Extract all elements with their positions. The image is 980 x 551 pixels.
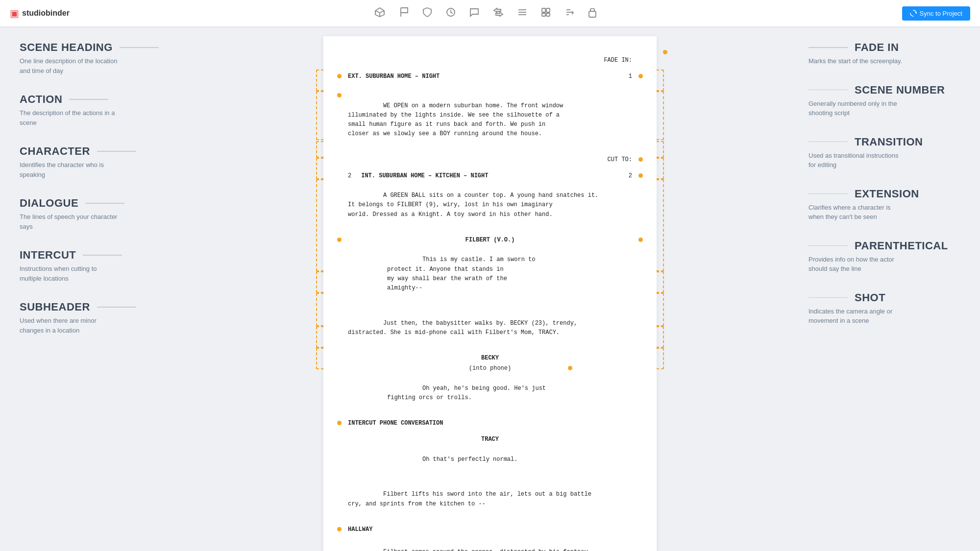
intercut-block: INTERCUT PHONE CONVERSATION [348, 419, 632, 428]
sidebar-item-scene-heading: SCENE HEADING One line description of th… [20, 41, 172, 75]
main-container: SCENE HEADING One line description of th… [0, 0, 980, 551]
card-icon[interactable] [541, 7, 551, 20]
right-sidebar-fade-in-title: FADE IN [808, 41, 960, 54]
nav-icons [374, 7, 597, 20]
subheader-text: HALLWAY [348, 526, 372, 533]
top-nav: ▣ studiobinder [0, 0, 980, 26]
chat-icon[interactable] [469, 7, 479, 20]
scene2-dot-right [638, 173, 643, 178]
character1-dot-right [638, 238, 643, 242]
sidebar-item-dialogue-desc: The lines of speech your character says [20, 212, 118, 231]
right-sidebar: FADE IN Marks the start of the screenpla… [794, 26, 980, 551]
action4-text: Filbert comes around the corner, distrac… [348, 549, 591, 551]
sort-icon[interactable] [564, 7, 574, 20]
sidebar-item-intercut: INTERCUT Instructions when cutting to mu… [20, 249, 172, 283]
scene1-number: 1 [629, 72, 632, 81]
screenplay-area: FADE IN: EXT. SUBURBAN HOME – NIGHT 1 [186, 26, 794, 551]
scene1-action: WE OPEN on a modern suburban home. The f… [348, 82, 632, 148]
scene1-dot-left [337, 74, 342, 78]
right-sidebar-scene-number-title: SCENE NUMBER [808, 84, 960, 96]
scene1-action-dot [337, 93, 342, 97]
scene2-number-left: 2 [348, 171, 351, 181]
sidebar-item-character-title: CHARACTER [20, 145, 172, 158]
screenplay-wrapper: FADE IN: EXT. SUBURBAN HOME – NIGHT 1 [323, 36, 657, 541]
arrows-icon[interactable] [493, 7, 504, 20]
svg-rect-10 [546, 8, 550, 12]
scene1-action-text: WE OPEN on a modern suburban home. The f… [348, 102, 563, 138]
character2-text: BECKY [481, 355, 499, 361]
character1-dot-left [337, 238, 342, 242]
right-sidebar-item-scene-number: SCENE NUMBER Generally numbered only in … [808, 84, 960, 118]
right-sidebar-item-fade-in: FADE IN Marks the start of the screenpla… [808, 41, 960, 66]
right-sidebar-transition-title: TRANSITION [808, 136, 960, 148]
transition-text: CUT TO: [608, 156, 632, 163]
dialogue1-text: This is my castle. I am sworn to protect… [387, 256, 535, 291]
right-sidebar-transition-desc: Used as transitional instructions for ed… [808, 151, 906, 170]
sidebar-item-character: CHARACTER Identifies the character who i… [20, 145, 172, 179]
sidebar-item-subheader: SUBHEADER Used when there are minor chan… [20, 301, 172, 335]
action4-block: Filbert comes around the corner, distrac… [348, 538, 632, 551]
logo: ▣ studiobinder [10, 7, 70, 19]
right-sidebar-shot-title: SHOT [808, 291, 960, 304]
svg-rect-12 [546, 13, 550, 16]
scene1-heading-block: EXT. SUBURBAN HOME – NIGHT 1 [348, 72, 632, 81]
scene1-heading-text: EXT. SUBURBAN HOME – NIGHT [348, 72, 440, 81]
action3-block: Filbert lifts his sword into the air, le… [348, 480, 632, 518]
right-sidebar-item-extension: EXTENSION Clarifies where a character is… [808, 188, 960, 222]
fade-in-block: FADE IN: [348, 56, 632, 65]
character3-text: TRACY [481, 436, 499, 443]
right-sidebar-extension-title: EXTENSION [808, 188, 960, 200]
parenthetical-block: (into phone) [348, 364, 632, 373]
right-sidebar-extension-desc: Clarifies where a character is when they… [808, 203, 906, 222]
sidebar-item-subheader-title: SUBHEADER [20, 301, 172, 313]
intercut-dot [337, 421, 342, 425]
parenthetical-dot [568, 366, 572, 370]
sidebar-item-subheader-desc: Used when there are minor changes in a l… [20, 316, 118, 335]
scene2-number-right: 2 [629, 171, 632, 181]
left-sidebar: SCENE HEADING One line description of th… [0, 26, 186, 551]
circle-icon[interactable] [446, 7, 456, 20]
sidebar-item-scene-heading-title: SCENE HEADING [20, 41, 172, 54]
subheader-dot [337, 527, 342, 531]
right-sidebar-scene-number-desc: Generally numbered only in the shooting … [808, 99, 906, 118]
sidebar-item-character-desc: Identifies the character who is speaking [20, 160, 118, 179]
svg-rect-11 [542, 13, 545, 16]
screenplay-page: FADE IN: EXT. SUBURBAN HOME – NIGHT 1 [323, 36, 657, 551]
right-sidebar-item-parenthetical: PARENTHETICAL Provides info on how the a… [808, 240, 960, 274]
dialogue3-block: Oh that's perfectly normal. [348, 446, 632, 474]
sidebar-item-action-desc: The description of the actions in a scen… [20, 108, 118, 127]
intercut-text: INTERCUT PHONE CONVERSATION [348, 420, 443, 427]
character1-block: FILBERT (V.O.) [348, 236, 632, 245]
right-sidebar-parenthetical-title: PARENTHETICAL [808, 240, 960, 252]
logo-icon: ▣ [10, 7, 19, 19]
scene2-action1: A GREEN BALL sits on a counter top. A yo… [348, 182, 632, 229]
character1-text: FILBERT (V.O.) [466, 237, 515, 243]
right-sidebar-fade-in-desc: Marks the start of the screenplay. [808, 56, 906, 66]
sidebar-item-action-title: ACTION [20, 93, 172, 106]
sync-button[interactable]: Sync to Project [902, 6, 970, 21]
svg-rect-16 [589, 11, 596, 17]
scene-icon[interactable] [374, 7, 385, 20]
scene2-heading-block: 2 INT. SUBURBAN HOME – KITCHEN – NIGHT 2 [348, 171, 632, 181]
sync-button-label: Sync to Project [920, 10, 962, 17]
transition-dot [638, 157, 643, 162]
shield-icon[interactable] [422, 7, 432, 20]
dialogue1-block: This is my castle. I am sworn to protect… [348, 246, 632, 302]
svg-line-1 [375, 11, 380, 13]
lock-icon[interactable] [588, 7, 597, 20]
right-sidebar-parenthetical-desc: Provides info on how the actor should sa… [808, 255, 906, 274]
scene2-heading-text: INT. SUBURBAN HOME – KITCHEN – NIGHT [361, 171, 488, 181]
scene2-action2-text: Just then, the babysitter walks by. BECK… [348, 320, 577, 336]
right-sidebar-item-shot: SHOT Indicates the camera angle or movem… [808, 291, 960, 326]
dialogue3-text: Oh that's perfectly normal. [422, 456, 517, 463]
scene2-action1-text: A GREEN BALL sits on a counter top. A yo… [348, 192, 598, 217]
list-icon[interactable] [517, 8, 527, 19]
scene1-dot-right [638, 74, 643, 78]
flag-icon[interactable] [399, 7, 409, 20]
sidebar-item-dialogue: DIALOGUE The lines of speech your charac… [20, 197, 172, 231]
character2-block: BECKY [348, 354, 632, 363]
svg-line-2 [380, 11, 384, 13]
action3-text: Filbert lifts his sword into the air, le… [348, 491, 591, 507]
fade-in-text: FADE IN: [604, 57, 632, 64]
fade-in-dot [663, 50, 667, 54]
